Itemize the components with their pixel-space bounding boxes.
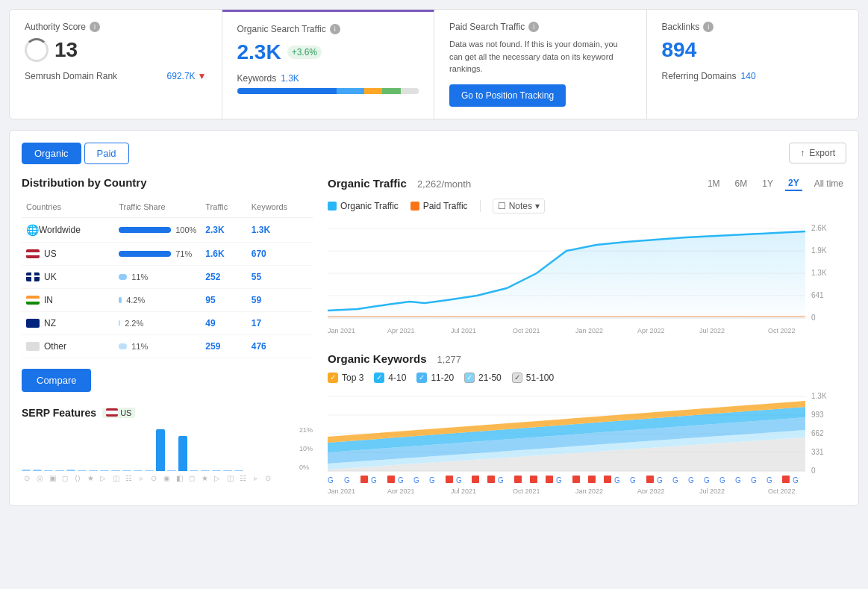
svg-text:G: G — [766, 476, 772, 484]
tab-paid[interactable]: Paid — [84, 143, 129, 164]
svg-text:G: G — [371, 476, 377, 484]
authority-title: Authority Score i — [25, 22, 207, 32]
serp-icon: ◻ — [187, 474, 197, 482]
legend-organic-label: Organic Traffic — [340, 201, 399, 211]
legend-paid-dot — [410, 202, 419, 211]
organic-traffic-chart-title: Organic Traffic — [328, 177, 407, 190]
legend-organic-traffic[interactable]: Organic Traffic — [328, 201, 399, 211]
serp-icon: ◎ — [34, 474, 45, 482]
serp-chart: 21% 10% 0% ⊙◎▣◻⟨⟩★▷◫☷▹⊙◉◧◻★▷◫☷▹⊙ — [22, 426, 313, 482]
time-btn-1y[interactable]: 1Y — [759, 176, 776, 191]
svg-text:Jan 2022: Jan 2022 — [575, 327, 603, 334]
main-content: Organic Paid ↑ Export Distribution by Co… — [9, 130, 859, 506]
legend-separator — [480, 200, 481, 212]
serp-icon: ◫ — [110, 474, 121, 482]
country-name-cell: UK — [22, 265, 114, 288]
svg-text:Oct 2022: Oct 2022 — [768, 487, 796, 493]
serp-bar-item — [89, 470, 98, 471]
svg-text:Apr 2021: Apr 2021 — [387, 327, 415, 334]
export-label: Export — [809, 148, 835, 158]
svg-text:Apr 2022: Apr 2022 — [637, 327, 665, 334]
svg-text:Jan 2022: Jan 2022 — [575, 487, 603, 493]
svg-text:G: G — [328, 476, 334, 484]
keywords-value-cell: 55 — [247, 265, 313, 288]
legend-21-50[interactable]: ✓ 21-50 — [464, 373, 502, 383]
serp-icon: ▹ — [136, 474, 146, 482]
time-btn-2y[interactable]: 2Y — [785, 176, 802, 191]
svg-rect-43 — [446, 476, 453, 483]
serp-icon: ★ — [199, 474, 210, 482]
svg-text:Oct 2022: Oct 2022 — [768, 327, 796, 334]
serp-bar-item — [234, 470, 243, 471]
referring-domains-value: 140 — [741, 71, 756, 81]
compare-button[interactable]: Compare — [22, 369, 91, 392]
organic-traffic-chart-title-group: Organic Traffic 2,262/month — [328, 177, 471, 190]
serp-bar-item — [167, 470, 176, 471]
time-btn-1m[interactable]: 1M — [705, 176, 723, 191]
col-keywords: Keywords — [247, 199, 313, 218]
kw-bar-seg1 — [237, 88, 337, 94]
serp-section: SERP Features US 21% 10% 0% — [22, 407, 313, 482]
table-row: US 71% 1.6K 670 — [22, 242, 313, 265]
serp-icon: ☷ — [237, 474, 248, 482]
serp-icon: ▷ — [212, 474, 222, 482]
organic-keywords-chart-section: Organic Keywords 1,277 ✓ Top 3 ✓ 4-10 — [328, 352, 846, 493]
paid-traffic-title: Paid Search Traffic i — [449, 22, 631, 32]
serp-us-flag-icon — [106, 408, 118, 417]
svg-text:G: G — [429, 476, 435, 484]
svg-text:Jul 2021: Jul 2021 — [451, 327, 476, 334]
legend-4-10-checkbox: ✓ — [374, 373, 384, 383]
export-button[interactable]: ↑ Export — [789, 143, 846, 163]
table-row: 🌐Worldwide 100% 2.3K 1.3K — [22, 217, 313, 242]
svg-rect-52 — [572, 476, 580, 483]
svg-text:993: 993 — [811, 411, 824, 419]
country-name-cell: 🌐Worldwide — [22, 217, 114, 242]
backlinks-info-icon[interactable]: i — [703, 22, 714, 32]
serp-bar-item — [134, 470, 143, 471]
svg-text:G: G — [614, 476, 620, 484]
legend-51-100[interactable]: ✓ 51-100 — [512, 373, 554, 383]
serp-icon: ▷ — [98, 474, 108, 482]
table-row: NZ 2.2% 49 17 — [22, 311, 313, 334]
serp-icon: ▣ — [47, 474, 57, 482]
legend-21-50-label: 21-50 — [478, 373, 502, 383]
paid-notice-text: Data was not found. If this is your doma… — [449, 38, 631, 75]
svg-text:Jul 2022: Jul 2022 — [699, 487, 725, 493]
legend-paid-traffic[interactable]: Paid Traffic — [410, 201, 468, 211]
country-table: Countries Traffic Share Traffic Keywords… — [22, 199, 313, 358]
notes-button[interactable]: ☐ Notes ▾ — [493, 199, 545, 214]
legend-4-10-label: 4-10 — [388, 373, 406, 383]
time-btn-6m[interactable]: 6M — [732, 176, 751, 191]
serp-y-labels: 21% 10% 0% — [299, 426, 313, 471]
legend-11-20-checkbox: ✓ — [416, 373, 427, 383]
organic-traffic-chart-legend: Organic Traffic Paid Traffic ☐ Notes ▾ — [328, 199, 846, 214]
authority-rank-row: Semrush Domain Rank 692.7K ▼ — [25, 71, 207, 81]
serp-icon: ◧ — [174, 474, 184, 482]
time-btn-all[interactable]: All time — [811, 176, 846, 191]
serp-bar-item — [178, 436, 187, 471]
paid-traffic-info-icon[interactable]: i — [528, 22, 539, 32]
legend-top3-checkbox: ✓ — [328, 373, 338, 383]
tab-organic[interactable]: Organic — [22, 143, 81, 164]
serp-icon: ⊙ — [149, 474, 159, 482]
organic-traffic-card: Organic Search Traffic i 2.3K +3.6% Keyw… — [222, 10, 435, 119]
serp-bar-item — [111, 470, 120, 471]
backlinks-value: 894 — [662, 38, 697, 62]
svg-rect-50 — [546, 476, 553, 483]
organic-keywords-chart-header: Organic Keywords 1,277 — [328, 352, 846, 365]
legend-top3[interactable]: ✓ Top 3 — [328, 373, 363, 383]
traffic-value-cell: 252 — [201, 265, 246, 288]
notes-label: Notes — [509, 201, 532, 211]
legend-11-20[interactable]: ✓ 11-20 — [416, 373, 454, 383]
legend-4-10[interactable]: ✓ 4-10 — [374, 373, 406, 383]
svg-text:Oct 2021: Oct 2021 — [513, 327, 540, 334]
svg-text:G: G — [719, 476, 725, 484]
serp-icon: ⊙ — [22, 474, 32, 482]
organic-traffic-info-icon[interactable]: i — [330, 24, 340, 34]
go-to-position-tracking-button[interactable]: Go to Position Tracking — [449, 84, 566, 107]
legend-11-20-label: 11-20 — [431, 373, 454, 383]
svg-text:Jul 2022: Jul 2022 — [699, 327, 725, 334]
serp-bar-item — [190, 470, 199, 471]
table-row: Other 11% 259 476 — [22, 334, 313, 358]
authority-info-icon[interactable]: i — [90, 22, 100, 32]
